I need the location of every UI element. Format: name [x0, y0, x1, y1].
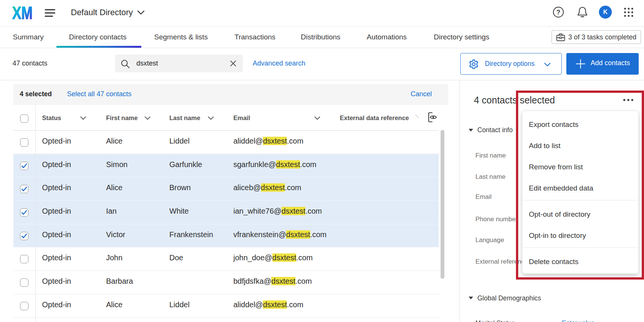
svg-text:?: ?	[556, 9, 560, 16]
svg-text:XM: XM	[12, 5, 33, 22]
